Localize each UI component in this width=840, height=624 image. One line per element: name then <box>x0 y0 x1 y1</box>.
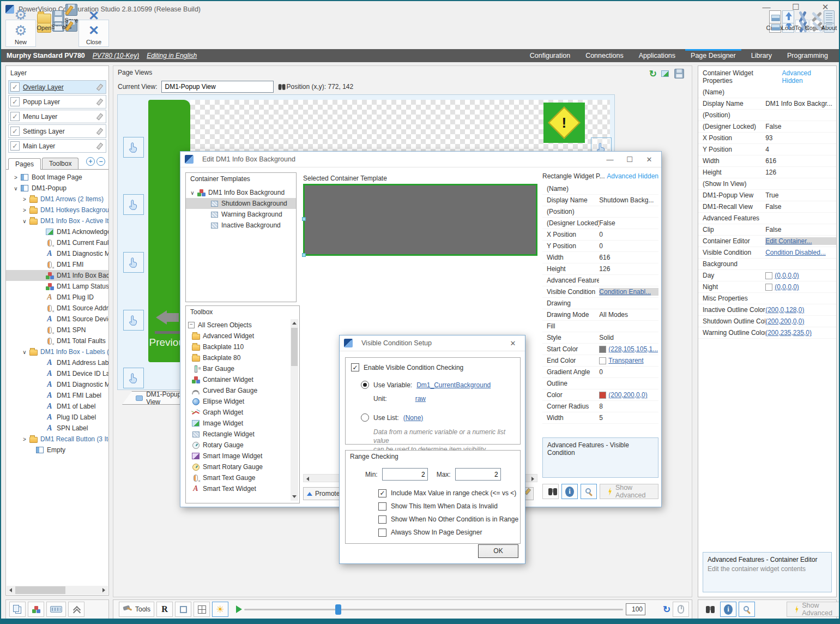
property-row[interactable]: (Name) <box>698 87 836 98</box>
toolbar-button[interactable]: Save <box>52 20 64 32</box>
color-swatch[interactable] <box>599 357 606 364</box>
copy-pages-button[interactable] <box>9 602 26 617</box>
refresh-view-icon[interactable] <box>649 68 657 80</box>
toolbox-scrollbar[interactable] <box>291 319 298 501</box>
property-row[interactable]: Gradient Angle 0 <box>542 367 658 378</box>
layer-row[interactable]: ✓ Settings Layer <box>8 124 106 138</box>
property-row[interactable]: Width 616 <box>542 252 658 263</box>
edit-pencil-icon[interactable] <box>95 113 102 121</box>
zoom-value[interactable]: 100 <box>626 603 645 615</box>
property-row[interactable]: Display Name Shutdown Backg... <box>542 195 658 206</box>
hotkey-hand-icon[interactable] <box>123 310 144 331</box>
menu-item[interactable]: Applications <box>631 49 683 62</box>
edit-pencil-icon[interactable] <box>95 98 102 106</box>
search-properties-button[interactable] <box>702 602 718 617</box>
day-night-button[interactable] <box>212 602 228 617</box>
show-advanced-button[interactable]: Show Advanced <box>787 602 840 617</box>
property-row[interactable]: Height 126 <box>698 167 836 178</box>
property-value[interactable]: Transparent <box>608 357 643 364</box>
variable-link[interactable]: Dm1_CurrentBackground <box>416 381 491 389</box>
resize-handle[interactable] <box>302 217 306 221</box>
property-row[interactable]: DM1-Recall View False <box>698 201 836 213</box>
toolbox-item[interactable]: Bar Gauge <box>188 363 289 374</box>
toolbox-item[interactable]: Rotary Gauge <box>188 440 289 451</box>
tree-item[interactable]: DM1 of Label <box>6 401 108 412</box>
property-row[interactable]: Visible Condition Condition Enabl... <box>542 286 658 298</box>
range-option-row[interactable]: Show When No Other Condition is in Range <box>378 513 518 526</box>
property-value[interactable]: 0 <box>599 368 603 376</box>
toolbox-item[interactable]: Smart Rotary Gauge <box>188 461 289 472</box>
edit-pencil-icon[interactable] <box>95 83 102 91</box>
property-value[interactable]: False <box>599 219 615 227</box>
property-value[interactable]: 8 <box>599 403 603 410</box>
tree-item[interactable]: DM1 Diagnostic Message <box>6 248 108 259</box>
toolbar-button[interactable]: New <box>5 20 36 47</box>
enable-condition-checkbox[interactable]: ✓ <box>351 363 359 371</box>
mouse-mode-button[interactable] <box>673 602 689 617</box>
property-row[interactable]: Color (200,200,0,0) <box>542 389 658 401</box>
magnifier-toggle-button[interactable] <box>739 602 755 617</box>
property-row[interactable]: Clip False <box>698 224 836 236</box>
toolbox-item[interactable]: Curved Bar Gauge <box>188 385 289 396</box>
zoom-slider-thumb[interactable] <box>335 604 341 615</box>
promote-button[interactable]: Promote <box>303 487 345 500</box>
template-tree-item[interactable]: ∨ DM1 Info Box Background <box>186 187 296 198</box>
toolbox-item[interactable]: Advanced Widget <box>188 331 289 341</box>
property-value[interactable]: Shutdown Backg... <box>599 196 654 204</box>
tree-item[interactable]: Empty <box>6 445 108 455</box>
toolbox-item[interactable]: Container Widget <box>188 374 289 385</box>
layer-checkbox[interactable]: ✓ <box>10 141 20 151</box>
property-value[interactable]: (228,105,105,1... <box>608 345 658 353</box>
range-option-checkbox[interactable] <box>378 529 386 537</box>
property-row[interactable]: Start Color (228,105,105,1... <box>542 344 658 355</box>
range-option-row[interactable]: Always Show In Page Designer <box>378 526 518 539</box>
snapshot-icon[interactable] <box>661 70 669 77</box>
tab-toolbox[interactable]: Toolbox <box>42 158 78 169</box>
tree-item[interactable]: ∨ DM1 Info Box - Active Items <box>6 215 108 226</box>
scroll-up-icon[interactable] <box>292 322 297 325</box>
tree-item[interactable]: DM1 Total Faults <box>6 335 108 346</box>
property-row[interactable]: (Position) <box>542 206 658 218</box>
template-tree-item[interactable]: Warning Background <box>186 209 296 220</box>
toolbox-category[interactable]: All Screen Objects <box>188 319 289 331</box>
tree-item[interactable]: DM1 Lamp Status Icon <box>6 281 108 292</box>
property-row[interactable]: Height 126 <box>542 263 658 275</box>
tree-expander[interactable]: > <box>13 175 19 181</box>
collapse-all-button[interactable]: − <box>96 157 105 166</box>
max-input[interactable] <box>455 468 501 481</box>
layer-row[interactable]: ✓ Popup Layer <box>8 95 106 109</box>
find-view-icon[interactable] <box>279 84 282 89</box>
layer-checkbox[interactable]: ✓ <box>10 82 20 92</box>
tree-expander[interactable]: > <box>21 207 28 213</box>
scroll-left-icon[interactable] <box>9 588 12 592</box>
property-value[interactable]: 0 <box>599 231 603 238</box>
container-button[interactable] <box>28 602 44 617</box>
property-value[interactable]: (0,0,0,0) <box>775 272 799 279</box>
tree-item[interactable]: Plug ID Label <box>6 412 108 423</box>
tree-item[interactable]: > DM1 Arrows (2 Items) <box>6 194 108 205</box>
property-value[interactable]: 4 <box>765 146 769 153</box>
property-row[interactable]: Night (0,0,0,0) <box>698 281 836 293</box>
recall-button[interactable] <box>156 602 173 617</box>
layer-row[interactable]: ✓ Overlay Layer <box>8 80 106 94</box>
current-view-input[interactable] <box>161 81 274 93</box>
property-row[interactable]: Background <box>698 259 836 270</box>
hotkey-hand-icon[interactable] <box>123 252 144 273</box>
toolbar-button[interactable]: About <box>824 20 835 33</box>
ok-button[interactable]: OK <box>478 544 518 558</box>
property-row[interactable]: Y Position 4 <box>698 144 836 155</box>
scroll-down-icon[interactable] <box>292 495 297 498</box>
toolbox-item[interactable]: Graph Widget <box>188 407 289 418</box>
toolbar-button[interactable]: Load <box>782 20 794 33</box>
layer-row[interactable]: ✓ Menu Layer <box>8 110 106 123</box>
tree-item[interactable]: DM1 Diagnostic Message <box>6 379 108 390</box>
menu-item[interactable]: Programming <box>779 49 836 62</box>
property-row[interactable]: Day (0,0,0,0) <box>698 270 836 281</box>
property-value[interactable]: Edit Container... <box>765 237 812 245</box>
property-row[interactable]: Fill <box>542 321 658 332</box>
tree-expander[interactable]: > <box>21 196 28 202</box>
collapse-panel-button[interactable] <box>68 602 84 617</box>
toolbox-item[interactable]: Smart Image Widget <box>188 451 289 461</box>
tree-item[interactable]: DM1 Source Address <box>6 303 108 314</box>
property-value[interactable]: False <box>765 226 781 233</box>
